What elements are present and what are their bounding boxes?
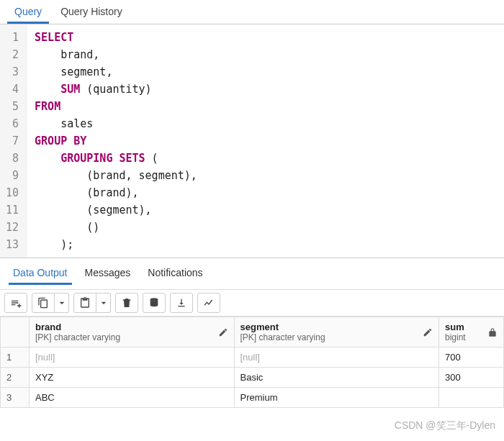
chart-icon bbox=[203, 297, 215, 309]
database-icon bbox=[148, 297, 160, 309]
edit-icon bbox=[218, 327, 228, 337]
copy-menu-button[interactable] bbox=[55, 293, 69, 313]
table-row[interactable]: 3 ABC Premium bbox=[1, 388, 504, 408]
output-toolbar bbox=[0, 290, 504, 317]
column-header-brand[interactable]: brand [PK] character varying bbox=[30, 317, 235, 347]
chevron-down-icon bbox=[56, 297, 68, 309]
column-header-sum[interactable]: sum bigint bbox=[439, 317, 504, 347]
cell-sum[interactable]: 300 bbox=[439, 368, 504, 388]
paste-icon bbox=[79, 297, 91, 309]
copy-icon bbox=[37, 297, 49, 309]
result-grid: brand [PK] character varying segment [PK… bbox=[0, 317, 504, 408]
table-row[interactable]: 2 XYZ Basic 300 bbox=[1, 368, 504, 388]
chart-button[interactable] bbox=[197, 293, 220, 313]
trash-icon bbox=[121, 297, 132, 309]
line-gutter: 123 456 789 101112 13 bbox=[0, 24, 27, 258]
copy-button[interactable] bbox=[32, 293, 55, 313]
output-tabs: Data Output Messages Notifications bbox=[0, 258, 504, 290]
paste-menu-button[interactable] bbox=[96, 293, 111, 313]
chevron-down-icon bbox=[98, 297, 109, 309]
delete-button[interactable] bbox=[115, 293, 138, 313]
tab-data-output[interactable]: Data Output bbox=[9, 264, 72, 285]
save-data-button[interactable] bbox=[143, 293, 166, 313]
row-number: 2 bbox=[1, 368, 30, 388]
row-header-corner bbox=[1, 317, 30, 347]
editor-tabs: Query Query History bbox=[0, 0, 504, 24]
add-row-icon bbox=[10, 297, 22, 309]
tab-messages[interactable]: Messages bbox=[81, 264, 135, 285]
table-row[interactable]: 1 [null] [null] 700 bbox=[1, 347, 504, 368]
cell-brand[interactable]: [null] bbox=[30, 347, 235, 368]
download-button[interactable] bbox=[170, 293, 193, 313]
edit-icon bbox=[423, 327, 433, 337]
lock-icon bbox=[487, 327, 498, 337]
cell-sum[interactable] bbox=[439, 388, 504, 408]
cell-segment[interactable]: [null] bbox=[234, 347, 439, 368]
cell-brand[interactable]: ABC bbox=[30, 388, 235, 408]
add-row-button[interactable] bbox=[4, 293, 27, 313]
row-number: 3 bbox=[1, 388, 30, 408]
cell-brand[interactable]: XYZ bbox=[30, 368, 235, 388]
tab-query[interactable]: Query bbox=[7, 0, 49, 24]
tab-notifications[interactable]: Notifications bbox=[143, 264, 207, 285]
sql-editor[interactable]: 123 456 789 101112 13 SELECT brand, segm… bbox=[0, 24, 504, 258]
tab-query-history[interactable]: Query History bbox=[53, 0, 130, 24]
svg-point-0 bbox=[150, 298, 158, 301]
code-content[interactable]: SELECT brand, segment, SUM (quantity) FR… bbox=[27, 24, 504, 258]
watermark: CSDN @笑三年-Dylen bbox=[395, 419, 495, 432]
download-icon bbox=[176, 297, 187, 309]
paste-button[interactable] bbox=[73, 293, 96, 313]
column-header-segment[interactable]: segment [PK] character varying bbox=[234, 317, 439, 347]
cell-segment[interactable]: Basic bbox=[234, 368, 439, 388]
row-number: 1 bbox=[1, 347, 30, 368]
cell-segment[interactable]: Premium bbox=[234, 388, 439, 408]
cell-sum[interactable]: 700 bbox=[439, 347, 504, 368]
